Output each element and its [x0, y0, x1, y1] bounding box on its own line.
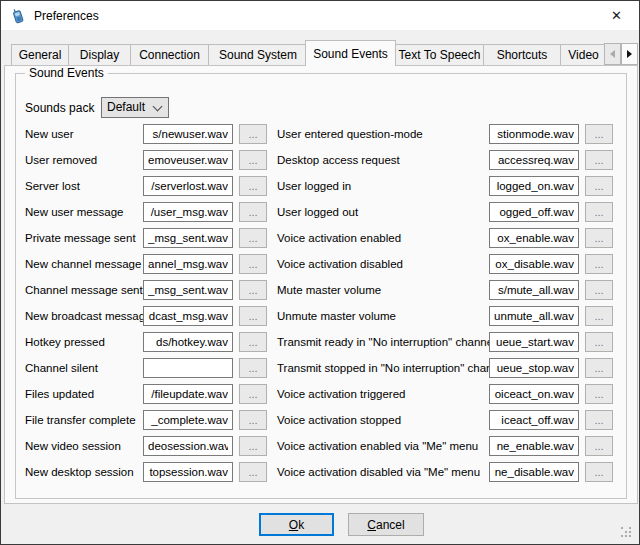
cancel-button[interactable]: Cancel — [348, 513, 424, 536]
sound-event-row: Voice activation disabled via "Me" menu … — [277, 462, 613, 482]
sound-file-input[interactable] — [489, 280, 579, 300]
sound-file-input[interactable] — [143, 124, 233, 144]
window-title: Preferences — [34, 9, 99, 23]
sound-file-input[interactable] — [489, 332, 579, 352]
sound-file-input[interactable] — [489, 358, 579, 378]
sound-event-label: Server lost — [25, 176, 80, 196]
browse-button[interactable]: ... — [585, 306, 613, 326]
sound-file-input[interactable] — [143, 410, 233, 430]
sound-event-label: Voice activation enabled via "Me" menu — [277, 436, 478, 456]
browse-button[interactable]: ... — [239, 254, 267, 274]
browse-button[interactable]: ... — [585, 228, 613, 248]
browse-button[interactable]: ... — [239, 358, 267, 378]
browse-button[interactable]: ... — [239, 410, 267, 430]
browse-button[interactable]: ... — [239, 228, 267, 248]
sound-event-label: Desktop access request — [277, 150, 400, 170]
sound-file-input[interactable] — [143, 254, 233, 274]
ok-button[interactable]: Ok — [259, 513, 334, 536]
sound-file-input[interactable] — [489, 176, 579, 196]
sound-file-input[interactable] — [489, 436, 579, 456]
sound-event-row: File transfer complete ... — [25, 410, 267, 430]
browse-button[interactable]: ... — [239, 306, 267, 326]
sound-event-label: New video session — [25, 436, 121, 456]
tab-scroll-left-button[interactable] — [604, 43, 621, 65]
sound-file-input[interactable] — [143, 202, 233, 222]
sound-event-label: New desktop session — [25, 462, 134, 482]
sound-event-row: Files updated ... — [25, 384, 267, 404]
browse-button[interactable]: ... — [585, 332, 613, 352]
sound-file-input[interactable] — [143, 150, 233, 170]
browse-button[interactable]: ... — [239, 202, 267, 222]
browse-button[interactable]: ... — [585, 150, 613, 170]
sound-event-row: Voice activation stopped ... — [277, 410, 613, 430]
browse-button[interactable]: ... — [585, 384, 613, 404]
sound-file-input[interactable] — [489, 228, 579, 248]
close-icon[interactable]: ✕ — [594, 1, 639, 30]
preferences-dialog: Preferences ✕ General Display Connection… — [0, 0, 640, 545]
tab-text-to-speech[interactable]: Text To Speech — [395, 44, 484, 65]
sound-file-input[interactable] — [143, 384, 233, 404]
sound-event-row: Voice activation enabled ... — [277, 228, 613, 248]
browse-button[interactable]: ... — [239, 384, 267, 404]
sound-file-input[interactable] — [489, 384, 579, 404]
sound-event-label: User logged out — [277, 202, 358, 222]
sound-file-input[interactable] — [489, 306, 579, 326]
sound-file-input[interactable] — [489, 124, 579, 144]
tab-sound-system[interactable]: Sound System — [208, 44, 308, 65]
sound-file-input[interactable] — [143, 280, 233, 300]
sound-event-label: User logged in — [277, 176, 351, 196]
tab-display[interactable]: Display — [68, 44, 131, 65]
sound-event-label: Voice activation triggered — [277, 384, 406, 404]
sound-events-right-column: User entered question-mode ... Desktop a… — [277, 124, 613, 488]
browse-button[interactable]: ... — [585, 358, 613, 378]
browse-button[interactable]: ... — [239, 176, 267, 196]
sound-file-input[interactable] — [489, 150, 579, 170]
sounds-pack-select[interactable]: Default — [101, 97, 169, 118]
browse-button[interactable]: ... — [585, 280, 613, 300]
arrow-left-icon — [610, 50, 615, 58]
resize-grip[interactable] — [621, 527, 634, 540]
sound-file-input[interactable] — [489, 462, 579, 482]
sound-event-row: User entered question-mode ... — [277, 124, 613, 144]
browse-button[interactable]: ... — [585, 436, 613, 456]
sound-events-left-column: New user ... User removed ... Server los… — [25, 124, 267, 488]
sound-event-row: Voice activation disabled ... — [277, 254, 613, 274]
tab-connection[interactable]: Connection — [130, 44, 209, 65]
sound-file-input[interactable] — [489, 410, 579, 430]
browse-button[interactable]: ... — [585, 410, 613, 430]
groupbox-title: Sound Events — [25, 66, 108, 81]
tab-scroll-right-button[interactable] — [621, 43, 638, 65]
sound-file-input[interactable] — [143, 228, 233, 248]
sound-file-input[interactable] — [489, 254, 579, 274]
sound-file-input[interactable] — [143, 176, 233, 196]
sound-file-input[interactable] — [143, 462, 233, 482]
sound-event-label: Channel silent — [25, 358, 98, 378]
tab-general[interactable]: General — [11, 44, 69, 65]
browse-button[interactable]: ... — [239, 462, 267, 482]
browse-button[interactable]: ... — [585, 176, 613, 196]
browse-button[interactable]: ... — [585, 124, 613, 144]
sound-file-input[interactable] — [143, 436, 233, 456]
sound-file-input[interactable] — [143, 332, 233, 352]
sound-file-input[interactable] — [143, 358, 233, 378]
sound-event-label: Transmit ready in "No interruption" chan… — [277, 332, 496, 352]
title-bar[interactable]: Preferences ✕ — [1, 1, 639, 30]
sound-file-input[interactable] — [489, 202, 579, 222]
sound-event-label: Unmute master volume — [277, 306, 396, 326]
tab-sound-events[interactable]: Sound Events — [305, 40, 396, 66]
browse-button[interactable]: ... — [585, 462, 613, 482]
browse-button[interactable]: ... — [239, 436, 267, 456]
browse-button[interactable]: ... — [585, 254, 613, 274]
browse-button[interactable]: ... — [239, 280, 267, 300]
browse-button[interactable]: ... — [239, 150, 267, 170]
browse-button[interactable]: ... — [585, 202, 613, 222]
sound-event-row: New channel message ... — [25, 254, 267, 274]
chevron-down-icon — [153, 102, 163, 112]
browse-button[interactable]: ... — [239, 332, 267, 352]
sound-event-row: New user ... — [25, 124, 267, 144]
sound-file-input[interactable] — [143, 306, 233, 326]
tab-shortcuts[interactable]: Shortcuts — [483, 44, 561, 65]
tab-video[interactable]: Video — [560, 44, 606, 65]
sound-event-row: Mute master volume ... — [277, 280, 613, 300]
browse-button[interactable]: ... — [239, 124, 267, 144]
